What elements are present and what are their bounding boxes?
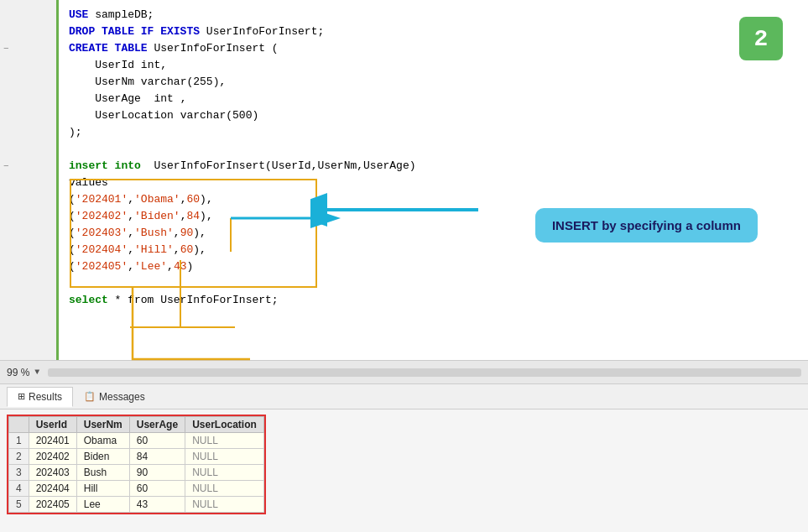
table-row: 4202404Hill60NULL [9, 481, 264, 497]
line-numbers [0, 0, 59, 360]
line-number-4 [0, 57, 56, 74]
table-row: 3202403Bush90NULL [9, 465, 264, 481]
line-number-10 [0, 158, 56, 175]
results-table: UserIdUserNmUserAgeUserLocation1202401Ob… [8, 416, 264, 513]
line-number-13 [0, 208, 56, 225]
messages-icon: 📋 [84, 391, 96, 402]
zoom-label: 99 % [7, 367, 29, 378]
tab-messages[interactable]: 📋 Messages [73, 387, 156, 407]
code-line-11: values [69, 175, 798, 191]
table-row: 2202402Biden84NULL [9, 449, 264, 465]
line-number-16 [0, 258, 56, 275]
table-outer-border: UserIdUserNmUserAgeUserLocation1202401Ob… [7, 415, 266, 514]
code-line-6: UserAge int , [69, 91, 798, 107]
line-number-3 [0, 40, 56, 57]
step-badge: 2 [739, 17, 783, 60]
line-number-12 [0, 191, 56, 208]
code-line-15: ('202404','Hill',60), [69, 242, 798, 258]
callout-box: INSERT by specifying a column [535, 208, 758, 243]
code-line-2: DROP TABLE IF EXISTS UserInfoForInsert; [69, 23, 798, 40]
results-icon: ⊞ [18, 391, 25, 402]
zoom-dropdown-icon[interactable]: ▼ [34, 368, 39, 377]
code-line-18: select * from UserInfoForInsert; [69, 292, 798, 309]
code-line-8: ); [69, 124, 798, 141]
table-row: 5202405Lee43NULL [9, 497, 264, 513]
code-line-1: USE sampleDB; [69, 7, 798, 23]
code-content[interactable]: USE sampleDB;DROP TABLE IF EXISTS UserIn… [59, 0, 808, 360]
line-number-8 [0, 124, 56, 141]
line-number-6 [0, 91, 56, 107]
code-line-3: CREATE TABLE UserInfoForInsert ( [69, 40, 798, 57]
line-number-14 [0, 225, 56, 242]
horizontal-scrollbar[interactable] [48, 368, 801, 377]
line-number-2 [0, 23, 56, 40]
tabs-bar: ⊞ Results 📋 Messages [0, 384, 808, 409]
line-number-17 [0, 275, 56, 292]
code-line-7: UserLocation varchar(500) [69, 107, 798, 124]
tab-results[interactable]: ⊞ Results [7, 387, 73, 407]
line-number-15 [0, 242, 56, 258]
code-line-17 [69, 275, 798, 292]
code-line-4: UserId int, [69, 57, 798, 74]
line-number-18 [0, 292, 56, 309]
code-line-12: ('202401','Obama',60), [69, 191, 798, 208]
line-number-11 [0, 175, 56, 191]
line-number-9 [0, 141, 56, 158]
line-number-1 [0, 7, 56, 23]
code-line-9 [69, 141, 798, 158]
line-number-7 [0, 107, 56, 124]
line-number-5 [0, 74, 56, 91]
zoom-bar: 99 % ▼ [0, 361, 808, 384]
code-line-5: UserNm varchar(255), [69, 74, 798, 91]
editor-area: USE sampleDB;DROP TABLE IF EXISTS UserIn… [0, 0, 808, 361]
table-row: 1202401Obama60NULL [9, 433, 264, 449]
code-line-16: ('202405','Lee',43) [69, 258, 798, 275]
results-table-wrap: UserIdUserNmUserAgeUserLocation1202401Ob… [0, 409, 808, 532]
code-line-10: insert into UserInfoForInsert(UserId,Use… [69, 158, 798, 175]
